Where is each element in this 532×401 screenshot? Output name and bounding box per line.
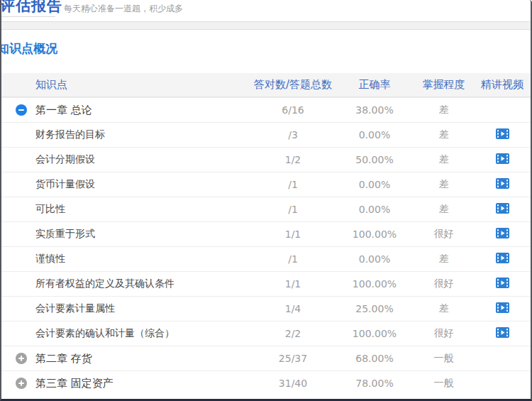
knowledge-point-cell: 所有者权益的定义及其确认条件 xyxy=(1,272,250,296)
video-icon[interactable] xyxy=(496,203,509,214)
mastery-value: 差 xyxy=(414,302,474,315)
mastery-value: 差 xyxy=(414,178,474,191)
video-icon[interactable] xyxy=(496,153,509,164)
table-row: 所有者权益的定义及其确认条件 1/1 100.00% 很好 xyxy=(1,271,531,296)
assessment-report-page: 评估报告 每天精心准备一道题，积少成多 知识点概况 知识点 答对数/答题总数 正… xyxy=(0,0,532,401)
knowledge-point-cell: 会计要素计量属性 xyxy=(1,297,250,321)
table-row: 第一章 总论 6/16 38.00% 差 xyxy=(1,97,531,122)
knowledge-point-name: 实质重于形式 xyxy=(35,228,95,241)
score-value: 1/4 xyxy=(250,303,336,314)
knowledge-point-name: 可比性 xyxy=(35,203,65,216)
knowledge-point-cell: 第二章 存货 xyxy=(1,346,250,370)
knowledge-point-table: 知识点 答对数/答题总数 正确率 掌握程度 精讲视频 第一章 总论 6/16 3… xyxy=(1,73,531,395)
accuracy-value: 78.00% xyxy=(336,378,414,389)
knowledge-point-cell: 第三章 固定资产 xyxy=(1,371,250,395)
accuracy-value: 100.00% xyxy=(336,278,414,290)
accuracy-value: 0.00% xyxy=(336,179,414,190)
score-value: /3 xyxy=(250,129,336,141)
table-row: 第二章 存货 25/37 68.00% 一般 xyxy=(1,346,531,370)
table-row: 可比性 /1 0.00% 差 xyxy=(1,197,531,221)
score-value: 31/40 xyxy=(250,378,336,389)
mastery-value: 差 xyxy=(414,253,474,265)
section-heading-knowledge-points: 知识点概况 xyxy=(0,40,57,57)
knowledge-point-cell: 财务报告的目标 xyxy=(1,123,250,147)
knowledge-point-cell: 可比性 xyxy=(1,197,250,221)
video-icon[interactable] xyxy=(496,253,509,263)
score-value: 1/2 xyxy=(250,154,336,165)
video-cell xyxy=(474,178,531,191)
accuracy-value: 68.00% xyxy=(336,353,414,364)
video-cell xyxy=(474,302,531,315)
video-cell xyxy=(474,128,531,141)
knowledge-point-name: 所有者权益的定义及其确认条件 xyxy=(35,278,174,290)
mastery-value: 一般 xyxy=(414,352,474,365)
header-divider-band xyxy=(1,21,531,30)
mastery-value: 很好 xyxy=(414,327,474,340)
knowledge-point-name: 会计要素计量属性 xyxy=(35,302,115,315)
column-header-accuracy: 正确率 xyxy=(336,78,414,92)
page-title: 评估报告 xyxy=(1,0,62,16)
table-row: 会计分期假设 1/2 50.00% 差 xyxy=(1,147,531,172)
knowledge-point-cell: 会计要素的确认和计量（综合） xyxy=(1,322,250,346)
video-cell xyxy=(474,203,531,216)
score-value: /1 xyxy=(250,204,336,215)
knowledge-point-name: 会计要素的确认和计量（综合） xyxy=(35,327,174,340)
knowledge-point-cell: 第一章 总论 xyxy=(1,98,250,122)
score-value: 2/2 xyxy=(250,328,336,339)
table-row: 货币计量假设 /1 0.00% 差 xyxy=(1,172,531,197)
table-header-row: 知识点 答对数/答题总数 正确率 掌握程度 精讲视频 xyxy=(1,73,531,97)
accuracy-value: 100.00% xyxy=(336,229,414,240)
video-icon[interactable] xyxy=(496,178,509,189)
accuracy-value: 0.00% xyxy=(336,253,414,265)
table-row: 第三章 固定资产 31/40 78.00% 一般 xyxy=(1,370,531,395)
video-cell xyxy=(474,228,531,241)
column-header-mastery: 掌握程度 xyxy=(414,78,474,92)
table-row: 谨慎性 /1 0.00% 差 xyxy=(1,246,531,271)
knowledge-point-cell: 实质重于形式 xyxy=(1,222,250,246)
mastery-value: 差 xyxy=(414,153,474,166)
knowledge-point-cell: 谨慎性 xyxy=(1,247,250,271)
video-icon[interactable] xyxy=(496,128,509,139)
page-header: 评估报告 每天精心准备一道题，积少成多 xyxy=(1,0,531,21)
score-value: /1 xyxy=(250,253,336,265)
accuracy-value: 0.00% xyxy=(336,129,414,141)
table-row: 会计要素计量属性 1/4 25.00% 差 xyxy=(1,296,531,321)
mastery-value: 很好 xyxy=(414,278,474,290)
knowledge-point-name: 财务报告的目标 xyxy=(35,128,105,141)
table-row: 会计要素的确认和计量（综合） 2/2 100.00% 很好 xyxy=(1,321,531,346)
video-icon[interactable] xyxy=(496,327,509,338)
accuracy-value: 38.00% xyxy=(336,104,414,116)
mastery-value: 差 xyxy=(414,128,474,141)
plus-circle-icon[interactable] xyxy=(16,353,27,364)
column-header-video: 精讲视频 xyxy=(474,78,531,92)
knowledge-point-cell: 会计分期假设 xyxy=(1,148,250,172)
score-value: 25/37 xyxy=(250,353,336,364)
table-row: 财务报告的目标 /3 0.00% 差 xyxy=(1,122,531,147)
score-value: /1 xyxy=(250,179,336,190)
knowledge-point-name: 货币计量假设 xyxy=(35,178,95,191)
table-row: 实质重于形式 1/1 100.00% 很好 xyxy=(1,221,531,246)
knowledge-point-cell: 货币计量假设 xyxy=(1,172,250,197)
page-subtitle: 每天精心准备一道题，积少成多 xyxy=(64,3,183,15)
knowledge-point-name: 第三章 固定资产 xyxy=(35,377,113,390)
mastery-value: 差 xyxy=(414,203,474,216)
knowledge-point-name: 会计分期假设 xyxy=(35,153,95,166)
knowledge-point-name: 谨慎性 xyxy=(35,253,65,265)
video-cell xyxy=(474,327,531,340)
video-icon[interactable] xyxy=(496,278,509,288)
video-icon[interactable] xyxy=(496,302,509,313)
video-icon[interactable] xyxy=(496,228,509,238)
accuracy-value: 100.00% xyxy=(336,328,414,339)
accuracy-value: 50.00% xyxy=(336,154,414,165)
plus-circle-icon[interactable] xyxy=(16,378,27,389)
minus-circle-icon[interactable] xyxy=(16,104,27,116)
score-value: 1/1 xyxy=(250,229,336,240)
title-underline xyxy=(1,16,55,17)
score-value: 1/1 xyxy=(250,278,336,290)
video-cell xyxy=(474,278,531,290)
table-body: 第一章 总论 6/16 38.00% 差 财务报告的目标 /3 0.00% 差 xyxy=(1,97,531,395)
knowledge-point-name: 第一章 总论 xyxy=(35,104,92,117)
mastery-value: 很好 xyxy=(414,228,474,241)
video-cell xyxy=(474,253,531,265)
accuracy-value: 25.00% xyxy=(336,303,414,314)
